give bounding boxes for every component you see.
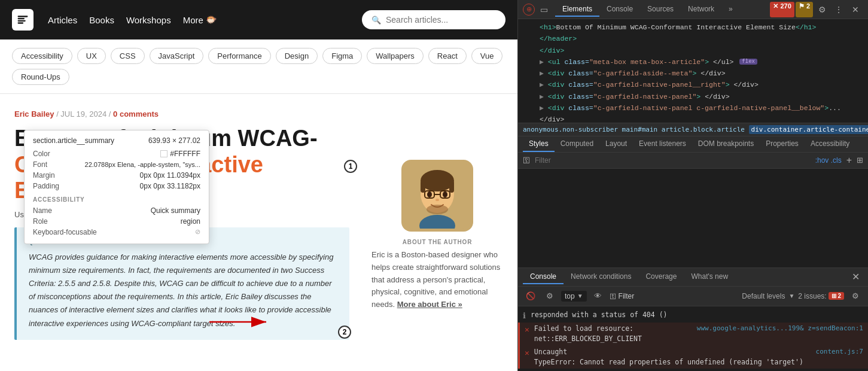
color-swatch: [160, 150, 167, 157]
tab-sources[interactable]: Sources: [640, 2, 681, 17]
dom-tree-line[interactable]: ▶ <ul class="meta-box meta-box--article"…: [518, 56, 868, 68]
article-comments[interactable]: 0 comments: [113, 110, 159, 118]
tag-design[interactable]: Design: [276, 48, 318, 64]
quick-summary-text: WCAG provides guidance for making intera…: [29, 251, 337, 330]
tag-ux[interactable]: UX: [77, 48, 106, 64]
console-tab-network[interactable]: Network conditions: [564, 270, 638, 284]
console-tab-coverage[interactable]: Coverage: [638, 270, 684, 284]
tooltip-font-label: Font: [33, 160, 47, 169]
default-levels-label[interactable]: Default levels: [742, 292, 785, 300]
vertical-dots-icon: ⋮: [835, 5, 843, 14]
tab-console[interactable]: Console: [599, 2, 640, 17]
console-row-1: ✕ Failed to load resource: net::ERR_BLOC…: [518, 323, 868, 346]
breadcrumb-anonymous[interactable]: anonymous.non-subscriber: [523, 126, 618, 133]
console-tab-console[interactable]: Console: [523, 270, 564, 284]
console-eye-button[interactable]: 👁: [590, 288, 606, 304]
dom-tree-line[interactable]: <h1>Bottom Of Minimum WCAG-Conformant In…: [518, 22, 868, 33]
console-gear-button[interactable]: ⚙: [848, 288, 863, 304]
tab-elements[interactable]: Elements: [555, 2, 599, 17]
tooltip-keyboard-label: Keyboard-focusable: [33, 228, 97, 236]
panel-tab-accessibility[interactable]: Accessibility: [805, 136, 855, 152]
tab-more[interactable]: »: [721, 2, 740, 17]
element-picker-button[interactable]: ⊕: [523, 4, 535, 16]
console-filter-area: ⚿ Filter: [610, 292, 635, 300]
style-panel-tabs: Styles Computed Layout Event listeners D…: [518, 136, 868, 153]
style-filter-input[interactable]: [535, 156, 811, 165]
tag-css[interactable]: CSS: [111, 48, 145, 64]
tag-performance[interactable]: Performance: [208, 48, 270, 64]
panel-tab-layout[interactable]: Layout: [599, 136, 633, 152]
add-style-button[interactable]: +: [846, 155, 852, 166]
article-date: JUL 19, 2024: [60, 110, 106, 118]
more-options-button[interactable]: ⋮: [831, 2, 846, 17]
svg-point-10: [427, 191, 432, 197]
dom-tree-line[interactable]: ▶ <div class="c-garfield-native-panel"> …: [518, 91, 868, 102]
tooltip-margin-row: Margin 0px 0px 11.0394px: [33, 170, 200, 181]
breadcrumb-selected[interactable]: div.container.article-container: [749, 125, 868, 134]
dom-tree-line[interactable]: ▶ <div class="c-garfield-native-panel c-…: [518, 102, 868, 114]
console-text-1: Failed to load resource: net::ERR_BLOCKE…: [534, 324, 692, 345]
dom-tree-line[interactable]: ▶ <div class="c-garfield-aside--meta"> <…: [518, 68, 868, 79]
console-close-button[interactable]: ✕: [848, 269, 863, 285]
tag-react[interactable]: React: [428, 48, 467, 64]
nav-books[interactable]: Books: [89, 15, 114, 25]
panel-tab-events[interactable]: Event listeners: [633, 136, 692, 152]
panel-tab-properties[interactable]: Properties: [760, 136, 805, 152]
article-area: section.article__summary 639.93 × 277.02…: [0, 94, 517, 352]
console-row-2: ✕ Uncaught TypeError: Cannot read proper…: [518, 346, 868, 369]
panel-tab-styles[interactable]: Styles: [523, 136, 555, 152]
console-topbar: Console Network conditions Coverage What…: [518, 268, 868, 287]
tab-network[interactable]: Network: [681, 2, 721, 17]
nav-articles[interactable]: Articles: [48, 15, 77, 25]
hov-cls-toggle[interactable]: :hov .cls: [815, 156, 842, 165]
nav-more[interactable]: More 🐡: [183, 14, 217, 25]
dom-tree-line[interactable]: </div>: [518, 114, 868, 123]
site-logo[interactable]: [12, 9, 33, 31]
device-toggle-button[interactable]: ▭: [536, 2, 552, 17]
dom-tree-line[interactable]: </div>: [518, 45, 868, 56]
tooltip-padding-value: 0px 0px 33.1182px: [140, 182, 200, 190]
panel-tab-dom-breakpoints[interactable]: DOM breakpoints: [692, 136, 760, 152]
info-icon: ℹ: [523, 310, 526, 322]
dom-tree-line[interactable]: </header>: [518, 33, 868, 44]
clear-console-button[interactable]: 🚫: [523, 288, 538, 304]
dom-tree-line[interactable]: ▶ <div class="c-garfield-native-panel__r…: [518, 79, 868, 90]
copy-style-button[interactable]: ⊞: [857, 156, 863, 165]
tag-wallpapers[interactable]: Wallpapers: [367, 48, 424, 64]
author-more-link[interactable]: More about Eric »: [397, 300, 462, 309]
console-link-2[interactable]: content.js:7: [816, 347, 863, 357]
tooltip-font-row: Font 22.0788px Elena, -apple-system, "sy…: [33, 159, 200, 170]
error-icon-1: ✕: [525, 324, 529, 336]
devtools-topbar: ⊕ ▭ Elements Console Sources Network » ✕…: [518, 0, 868, 19]
tooltip-color-label: Color: [33, 150, 50, 158]
console-link-1[interactable]: www.google-analytics...199& z=sendBeacon…: [697, 324, 863, 334]
breadcrumb-article[interactable]: article.block.article: [662, 126, 745, 133]
settings-button[interactable]: ⚙: [814, 2, 830, 17]
search-input[interactable]: [386, 15, 496, 25]
badge-1: 1: [344, 160, 357, 173]
console-tab-whats-new[interactable]: What's new: [684, 270, 735, 284]
device-icon: ▭: [540, 5, 548, 14]
author-avatar-svg: [404, 163, 470, 229]
panel-tab-computed[interactable]: Computed: [555, 136, 599, 152]
console-top-selector[interactable]: top ▼: [561, 291, 587, 302]
arrow-svg: [203, 313, 275, 331]
settings-icon: ⚙: [818, 5, 826, 14]
tooltip-margin-label: Margin: [33, 171, 55, 180]
tooltip-margin-value: 0px 0px 11.0394px: [140, 171, 200, 180]
tag-round-ups[interactable]: Round-Ups: [12, 69, 69, 85]
website-panel: Articles Books Workshops More 🐡 🔍 Access…: [0, 0, 517, 371]
tag-vue[interactable]: Vue: [471, 48, 503, 64]
console-issues: 2 issues: ⊞ 2: [798, 292, 844, 300]
close-devtools-button[interactable]: ✕: [848, 2, 863, 17]
tooltip-dimensions: 639.93 × 277.02: [148, 136, 200, 145]
search-box[interactable]: 🔍: [362, 10, 505, 29]
breadcrumb-main[interactable]: main#main: [622, 126, 658, 133]
console-settings-button[interactable]: ⚙: [542, 288, 558, 304]
author-link[interactable]: Eric Bailey: [14, 110, 54, 118]
tag-javascript[interactable]: JavaScript: [150, 48, 204, 64]
tag-figma[interactable]: Figma: [322, 48, 362, 64]
nav-workshops[interactable]: Workshops: [126, 15, 171, 25]
tag-accessibility[interactable]: Accessibility: [12, 48, 72, 64]
tooltip-role-label: Role: [33, 217, 48, 226]
